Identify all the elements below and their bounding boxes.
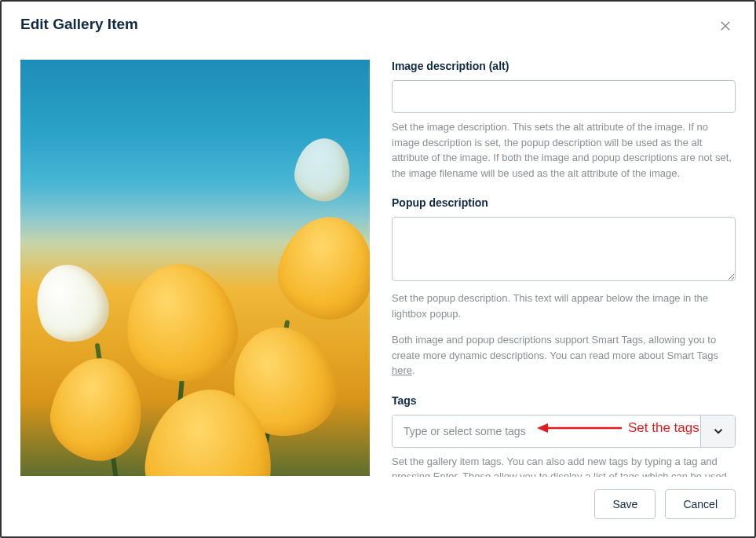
alt-label: Image description (alt) bbox=[392, 60, 736, 72]
popup-help-text: Set the popup description. This text wil… bbox=[392, 291, 736, 321]
tags-help-text: Set the gallery item tags. You can also … bbox=[392, 454, 736, 478]
edit-gallery-item-modal: Edit Gallery Item Image description (alt… bbox=[0, 0, 756, 538]
alt-field-block: Image description (alt) Set the image de… bbox=[392, 60, 736, 181]
smart-tags-link[interactable]: here bbox=[392, 364, 412, 376]
modal-header: Edit Gallery Item bbox=[2, 2, 754, 46]
popup-field-block: Popup description Set the popup descript… bbox=[392, 196, 736, 379]
smart-tags-note-after: . bbox=[412, 364, 415, 376]
tags-label: Tags bbox=[392, 394, 736, 407]
close-icon bbox=[718, 19, 732, 33]
close-button[interactable] bbox=[715, 16, 736, 39]
save-button[interactable]: Save bbox=[594, 489, 656, 519]
cancel-button[interactable]: Cancel bbox=[665, 489, 736, 519]
image-preview-column bbox=[20, 60, 370, 477]
popup-label: Popup description bbox=[392, 196, 736, 209]
alt-input[interactable] bbox=[392, 80, 736, 113]
tags-field-block: Tags Set the tags Set bbox=[392, 394, 736, 478]
tags-combobox bbox=[392, 415, 736, 448]
alt-help-text: Set the image description. This sets the… bbox=[392, 119, 736, 181]
gallery-image-preview bbox=[20, 60, 370, 476]
popup-description-input[interactable] bbox=[392, 217, 736, 281]
tags-dropdown-toggle[interactable] bbox=[700, 415, 735, 447]
tags-input[interactable] bbox=[393, 415, 700, 447]
form-column: Image description (alt) Set the image de… bbox=[392, 60, 736, 477]
modal-footer: Save Cancel bbox=[2, 477, 754, 536]
smart-tags-note-before: Both image and popup descriptions suppor… bbox=[392, 334, 718, 361]
modal-title: Edit Gallery Item bbox=[20, 16, 138, 33]
modal-body: Image description (alt) Set the image de… bbox=[2, 46, 754, 477]
smart-tags-note: Both image and popup descriptions suppor… bbox=[392, 332, 736, 379]
chevron-down-icon bbox=[711, 424, 725, 438]
